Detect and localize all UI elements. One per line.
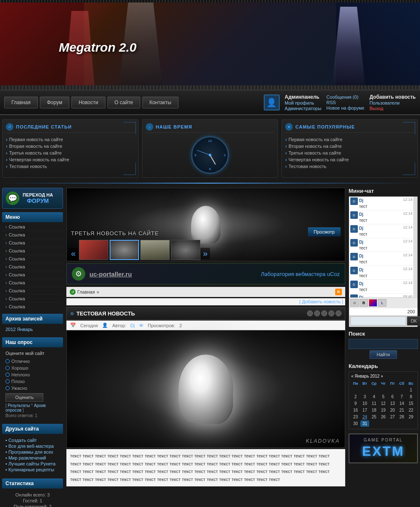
sidebar-link-10[interactable]: › Ссылка bbox=[2, 303, 63, 310]
cal-d-26[interactable]: 21 bbox=[397, 407, 406, 413]
slider-thumb-3[interactable] bbox=[171, 240, 200, 260]
nav-news-btn[interactable]: Новости bbox=[71, 97, 105, 108]
search-btn[interactable]: Найти bbox=[370, 350, 397, 359]
sidebar-link-3[interactable]: › Ссылка bbox=[2, 247, 63, 255]
cal-d-32[interactable]: 27 bbox=[388, 414, 397, 420]
friend-1[interactable]: • Все для веб-мастера bbox=[5, 443, 60, 449]
widget-recent-item-3[interactable]: › Четвертая новость на сайте bbox=[6, 156, 135, 163]
popular-item-4[interactable]: › Тестовая новость bbox=[285, 163, 414, 170]
friend-3[interactable]: • Мир развлечений bbox=[5, 455, 60, 461]
cal-d-18[interactable]: 13 bbox=[388, 400, 397, 407]
widget-recent-item-2[interactable]: › Третья новость на сайте bbox=[6, 150, 135, 156]
search-input[interactable] bbox=[349, 339, 418, 349]
cal-d-35[interactable]: 30 bbox=[351, 420, 360, 427]
nav-forum-new[interactable]: Новое на форуме bbox=[326, 105, 365, 110]
poll-option-3[interactable]: Плохо bbox=[5, 378, 60, 385]
nav-home-btn[interactable]: Главная bbox=[4, 97, 38, 108]
minichat-ok-btn[interactable]: OK bbox=[407, 316, 420, 326]
nav-admins[interactable]: Администраторы bbox=[285, 106, 321, 111]
widget-recent-item-0[interactable]: › Первая новость на сайте bbox=[6, 136, 135, 143]
slider-thumb-1[interactable] bbox=[110, 240, 139, 260]
poll-option-0[interactable]: Отлично bbox=[5, 358, 60, 365]
cal-d-14[interactable]: 9 bbox=[351, 400, 360, 407]
nav-forum-btn[interactable]: Форум bbox=[40, 97, 69, 108]
nav-my-profile[interactable]: Мой профиль bbox=[285, 100, 321, 105]
poll-option-4[interactable]: Ужасно bbox=[5, 385, 60, 391]
star-5[interactable] bbox=[336, 310, 341, 316]
breadcrumb-home[interactable]: Главная bbox=[77, 289, 95, 294]
cal-d-21[interactable]: 16 bbox=[351, 407, 360, 413]
sidebar-link-5[interactable]: › Ссылка bbox=[2, 263, 63, 271]
nav-messages[interactable]: Сообщения (0) bbox=[326, 95, 365, 100]
sidebar-link-8[interactable]: › Ссылка bbox=[2, 287, 63, 295]
poll-results-link[interactable]: Результаты bbox=[8, 403, 30, 408]
slider-prev-btn[interactable]: « bbox=[68, 248, 78, 259]
slider-view-btn[interactable]: Просмотр bbox=[308, 227, 341, 236]
cal-d-16[interactable]: 11 bbox=[370, 400, 378, 407]
cal-d-12[interactable]: 7 bbox=[397, 394, 406, 400]
poll-option-2[interactable]: Неплохо bbox=[5, 371, 60, 378]
rss-icon[interactable]: R bbox=[335, 289, 342, 295]
minichat-scrollbar[interactable] bbox=[413, 197, 417, 297]
ad-banner[interactable]: ⚙ uc-portaller.ru Лаборатория вебмастера… bbox=[66, 263, 345, 284]
star-3[interactable] bbox=[321, 310, 327, 316]
game-portal-ad[interactable]: GAME PORTAL EXTM bbox=[349, 433, 418, 463]
nav-users[interactable]: Пользователи bbox=[370, 100, 416, 105]
cal-d-30[interactable]: 25 bbox=[370, 414, 378, 420]
popular-item-1[interactable]: › Вторая новость на сайте bbox=[285, 143, 414, 150]
sidebar-link-2[interactable]: › Ссылка bbox=[2, 239, 63, 247]
star-4[interactable] bbox=[328, 310, 334, 316]
sidebar-link-6[interactable]: › Ссылка bbox=[2, 271, 63, 279]
widget-recent-item-4[interactable]: › Тестовая новость bbox=[6, 163, 135, 170]
sidebar-link-9[interactable]: › Ссылка bbox=[2, 295, 63, 303]
sidebar-link-0[interactable]: › Ссылка bbox=[2, 223, 63, 231]
friend-4[interactable]: • Лучшие сайты Рунета bbox=[5, 461, 60, 467]
slider-next-btn[interactable]: » bbox=[200, 248, 210, 259]
slider-thumb-0[interactable] bbox=[79, 240, 108, 260]
cal-d-20[interactable]: 15 bbox=[407, 400, 415, 407]
nav-contacts-btn[interactable]: Контакты bbox=[142, 97, 178, 108]
archive-item-0[interactable]: 2012 Январь bbox=[5, 327, 60, 332]
minichat-bold-btn[interactable]: B bbox=[360, 299, 368, 307]
cal-d-33[interactable]: 28 bbox=[397, 414, 406, 420]
cal-d-15[interactable]: 10 bbox=[360, 400, 369, 407]
slider-thumb-2[interactable] bbox=[140, 240, 170, 260]
cal-d-10[interactable]: 5 bbox=[379, 394, 388, 400]
popular-item-2[interactable]: › Третья новость на сайте bbox=[285, 150, 414, 156]
cal-d-today[interactable]: 31 bbox=[360, 420, 369, 427]
nav-about-btn[interactable]: О сайте bbox=[108, 97, 140, 108]
popular-item-3[interactable]: › Четвертая новость на сайте bbox=[285, 156, 414, 163]
cal-d-27[interactable]: 22 bbox=[407, 407, 415, 413]
minichat-input[interactable] bbox=[350, 316, 406, 326]
cal-d-8[interactable]: 3 bbox=[360, 394, 369, 400]
cal-d-25[interactable]: 20 bbox=[388, 407, 397, 413]
cal-d-22[interactable]: 17 bbox=[360, 407, 369, 413]
widget-recent-item-1[interactable]: › Вторая новость на сайте bbox=[6, 143, 135, 150]
cal-d-6[interactable]: 1 bbox=[407, 387, 415, 393]
minichat-link-btn[interactable]: L bbox=[378, 299, 386, 307]
poll-option-1[interactable]: Хорошо bbox=[5, 365, 60, 371]
cal-d-7[interactable]: 2 bbox=[351, 394, 360, 400]
cal-d-19[interactable]: 14 bbox=[397, 400, 406, 407]
sidebar-link-1[interactable]: › Ссылка bbox=[2, 231, 63, 239]
cal-d-13[interactable]: 8 bbox=[407, 394, 415, 400]
sidebar-link-4[interactable]: › Ссылка bbox=[2, 255, 63, 263]
cal-d-9[interactable]: 4 bbox=[370, 394, 378, 400]
friend-2[interactable]: • Программы для всех bbox=[5, 449, 60, 455]
popular-item-0[interactable]: › Первая новость на сайте bbox=[285, 136, 414, 143]
add-news-link[interactable]: [ Добавить новость ] bbox=[299, 299, 343, 304]
news-author[interactable]: Dj bbox=[130, 323, 134, 328]
cal-d-31[interactable]: 26 bbox=[379, 414, 388, 420]
cal-d-17[interactable]: 12 bbox=[379, 400, 388, 407]
cal-d-24[interactable]: 19 bbox=[379, 407, 388, 413]
cal-d-34[interactable]: 29 bbox=[407, 414, 415, 420]
nav-add-news[interactable]: Добавить новость bbox=[370, 94, 416, 100]
nav-logout[interactable]: Выход bbox=[370, 106, 416, 111]
cal-d-23[interactable]: 18 bbox=[370, 407, 378, 413]
poll-vote-btn[interactable]: Оценить bbox=[5, 393, 43, 402]
friend-5[interactable]: • Кулинарные рецепты bbox=[5, 467, 60, 473]
cal-d-11[interactable]: 6 bbox=[388, 394, 397, 400]
forum-link-box[interactable]: 💬 ПЕРЕХОД НА ФОРУМ bbox=[2, 188, 63, 209]
friend-0[interactable]: • Создать сайт bbox=[5, 437, 60, 443]
minichat-color-btn[interactable] bbox=[369, 299, 377, 307]
